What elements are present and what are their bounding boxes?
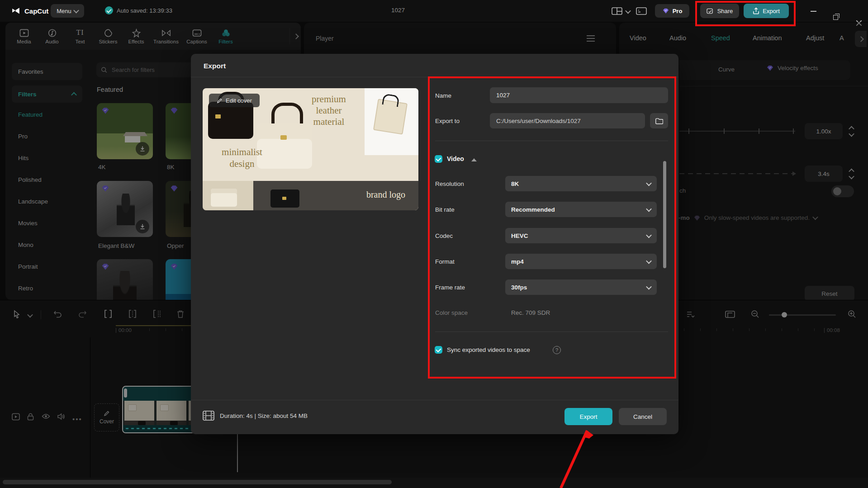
share-button[interactable]: Share (700, 4, 739, 18)
filter-thumb-portrait[interactable] (97, 259, 153, 300)
tool-stickers-label: Stickers (99, 39, 118, 44)
sidebar-item-favorites[interactable]: Favorites (12, 63, 82, 80)
sync-help-icon[interactable]: ? (553, 346, 561, 354)
preview-axis-icon[interactable] (725, 310, 735, 319)
pitch-toggle[interactable] (831, 185, 854, 197)
track-more-icon[interactable]: ••• (72, 415, 82, 423)
layout-icon[interactable] (612, 7, 622, 15)
speaker-icon[interactable] (57, 413, 65, 420)
speed-value-box[interactable]: 1.00x (805, 123, 843, 139)
tool-media[interactable]: Media (10, 28, 38, 44)
project-title: 1027 (380, 7, 416, 14)
filter-thumb-elegant-bw[interactable] (97, 181, 153, 237)
chevron-down-icon (646, 206, 652, 212)
tools-toolbar: Media Audio TI Text Stickers Effects Tra… (5, 23, 301, 50)
bitrate-dropdown[interactable]: Recommended (505, 202, 657, 217)
delete-icon[interactable] (176, 310, 185, 318)
split-left-icon[interactable] (103, 310, 113, 318)
form-scrollbar-thumb[interactable] (663, 161, 666, 268)
sidebar-item-polished[interactable]: Polished (18, 176, 42, 183)
name-input[interactable] (490, 87, 668, 103)
app-logo: CapCut (11, 6, 48, 16)
segment-velocity[interactable]: Velocity effects (766, 65, 818, 71)
player-menu-icon[interactable] (586, 35, 595, 42)
tab-adjust[interactable]: Adjust (806, 34, 824, 42)
timeline-zoom-slider[interactable] (769, 314, 836, 316)
edit-cover-button[interactable]: Edit cover (209, 94, 260, 107)
pro-gem-icon (170, 185, 179, 194)
select-cursor-icon[interactable] (13, 310, 21, 319)
speed-slider-track[interactable] (679, 131, 795, 132)
framerate-dropdown[interactable]: 30fps (505, 280, 657, 295)
tool-filters[interactable]: Filters (212, 28, 240, 44)
sidebar-item-movies[interactable]: Movies (18, 220, 38, 227)
reset-button[interactable]: Reset (805, 286, 854, 301)
zoom-slider-knob[interactable] (782, 312, 787, 317)
menu-button[interactable]: Menu (51, 4, 84, 18)
search-icon (101, 66, 107, 73)
zoom-out-icon[interactable] (751, 310, 759, 318)
collapse-triangle-icon[interactable] (471, 158, 477, 161)
lock-icon[interactable] (27, 413, 34, 421)
sidebar-item-retro[interactable]: Retro (18, 285, 33, 292)
tab-video[interactable]: Video (630, 34, 646, 42)
toolbar-expand-chevron-icon[interactable] (293, 33, 299, 39)
slomo-expand-icon[interactable] (812, 214, 818, 220)
export-confirm-button[interactable]: Export (564, 408, 612, 425)
form-divider (435, 141, 668, 141)
split-right-icon[interactable] (152, 310, 162, 318)
panel-settings-icon[interactable] (636, 7, 647, 15)
resolution-dropdown[interactable]: 8K (505, 176, 657, 191)
tool-stickers[interactable]: Stickers (94, 28, 122, 44)
eye-icon[interactable] (42, 413, 50, 420)
tab-audio[interactable]: Audio (669, 34, 686, 42)
redo-icon[interactable] (78, 310, 87, 318)
minimize-button[interactable] (811, 8, 817, 14)
duration-value-box[interactable]: 3.4s (805, 166, 843, 182)
sidebar-item-filters[interactable]: Filters (12, 85, 82, 103)
segment-curve[interactable]: Curve (718, 66, 735, 73)
tabs-overflow-button[interactable] (855, 31, 867, 47)
tab-partial[interactable]: A (840, 34, 847, 42)
tab-speed[interactable]: Speed (711, 34, 730, 42)
sidebar-item-hits[interactable]: Hits (18, 155, 28, 161)
filter-thumb-4k[interactable] (97, 103, 153, 159)
split-both-icon[interactable] (128, 310, 138, 318)
clip-trim-handle[interactable] (124, 389, 127, 398)
pro-badge[interactable]: Pro (655, 4, 689, 18)
duration-stepper[interactable] (845, 166, 857, 182)
speed-stepper[interactable] (845, 123, 857, 139)
tool-text[interactable]: TI Text (66, 28, 94, 44)
sidebar-item-mono[interactable]: Mono (18, 242, 33, 248)
tool-captions[interactable]: Captions (182, 28, 212, 44)
sidebar-item-pro[interactable]: Pro (18, 133, 28, 140)
layout-chevron-icon[interactable] (625, 8, 631, 14)
codec-dropdown[interactable]: HEVC (505, 228, 657, 243)
export-path-input[interactable] (490, 113, 645, 128)
undo-icon[interactable] (53, 310, 62, 318)
export-button-top[interactable]: Export (744, 4, 789, 18)
restore-button[interactable] (833, 14, 840, 20)
track-main-icon[interactable] (12, 413, 20, 421)
zoom-in-icon[interactable] (848, 310, 856, 318)
track-options-icon[interactable] (686, 310, 696, 319)
sidebar-item-portrait[interactable]: Portrait (18, 263, 38, 270)
video-checkbox[interactable] (435, 155, 442, 163)
download-icon[interactable] (136, 220, 149, 233)
tool-effects[interactable]: Effects (122, 28, 150, 44)
browse-folder-button[interactable] (650, 113, 668, 128)
tab-animation[interactable]: Animation (753, 34, 782, 42)
tool-audio[interactable]: Audio (38, 28, 66, 44)
timeline-scrollbar-track[interactable] (0, 478, 868, 488)
sidebar-item-featured[interactable]: Featured (18, 111, 43, 118)
format-dropdown[interactable]: mp4 (505, 254, 657, 269)
download-icon[interactable] (136, 142, 149, 156)
cancel-button[interactable]: Cancel (619, 408, 667, 425)
tool-transitions[interactable]: Transitions (150, 28, 182, 44)
cover-button[interactable]: Cover (94, 403, 119, 431)
playhead[interactable] (237, 431, 238, 472)
sidebar-item-landscape[interactable]: Landscape (18, 198, 48, 205)
sync-checkbox[interactable] (435, 346, 442, 354)
timeline-scrollbar-thumb[interactable] (3, 480, 392, 484)
close-button[interactable] (856, 20, 862, 26)
